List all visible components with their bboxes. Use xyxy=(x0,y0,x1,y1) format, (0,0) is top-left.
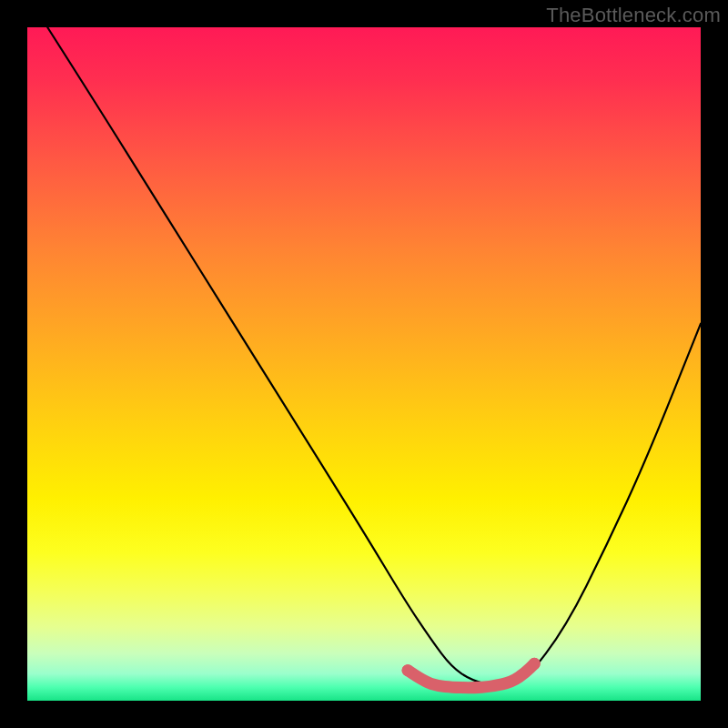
curve-layer xyxy=(27,27,701,701)
watermark-text: TheBottleneck.com xyxy=(546,4,721,27)
highlight-segment xyxy=(408,663,534,687)
highlight-dot-start xyxy=(402,664,414,676)
main-curve xyxy=(47,27,701,685)
plot-area xyxy=(27,27,701,701)
highlight-dot-end xyxy=(529,658,541,670)
chart-frame: TheBottleneck.com xyxy=(0,0,728,728)
